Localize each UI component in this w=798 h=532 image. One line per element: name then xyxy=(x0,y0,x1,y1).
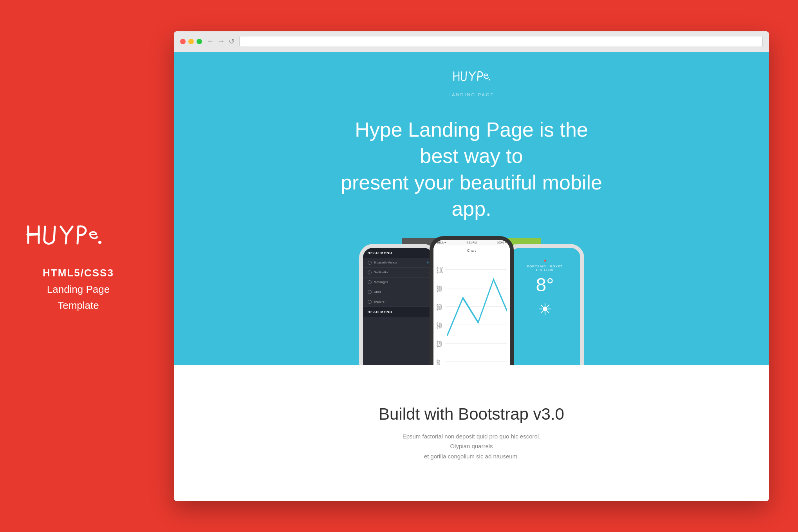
menu-header-top: HEAD MENU xyxy=(363,248,433,258)
hero-logo-area: LANDING PAGE xyxy=(448,68,495,97)
hero-tagline: LANDING PAGE xyxy=(448,92,495,97)
hero-headline-text: Hype Landing Page is the best way topres… xyxy=(341,118,602,220)
svg-text:$100: $100 xyxy=(437,265,443,275)
menu-icon-4 xyxy=(368,290,372,294)
svg-line-11 xyxy=(454,76,459,76)
svg-point-9 xyxy=(98,241,101,244)
browser-window: ← → ↺ xyxy=(174,31,769,501)
subtitle-line2: Landing Page xyxy=(43,281,114,298)
status-bar: BELL ▾ 4:21 PM 100% ▪ xyxy=(433,240,510,245)
phone-center-screen: BELL ▾ 4:21 PM 100% ▪ Chart $100 $80 xyxy=(433,240,510,365)
svg-line-6 xyxy=(67,227,72,235)
dot-yellow[interactable] xyxy=(188,39,194,44)
menu-icon-1 xyxy=(368,261,372,265)
browser-dots xyxy=(180,39,202,44)
bottom-section: Buildt with Bootstrap v3.0 Epsum factori… xyxy=(174,365,769,501)
dot-green[interactable] xyxy=(197,39,202,44)
hero-section: LANDING PAGE Hype Landing Page is the be… xyxy=(174,52,769,365)
nav-back[interactable]: ← xyxy=(207,37,214,46)
phones-area: HEAD MENU Elizabeth Munoz ⚙ Notification… xyxy=(334,236,608,365)
svg-line-17 xyxy=(472,76,472,80)
bottom-description: Epsum factorial non deposit quid pro quo… xyxy=(393,431,550,462)
bottom-title: Buildt with Bootstrap v3.0 xyxy=(379,405,564,424)
svg-line-3 xyxy=(44,227,45,240)
weather-sun-icon: ☀ xyxy=(538,300,552,318)
phone-left: HEAD MENU Elizabeth Munoz ⚙ Notification… xyxy=(359,244,437,365)
svg-text:$60: $60 xyxy=(437,302,442,312)
hype-logo-large xyxy=(23,218,133,265)
left-panel: HTML5/CSS3 Landing Page Template xyxy=(0,0,157,532)
phone-right-screen: 📍 PORTSAID - EGYPT FRI 11/10 8° ☀ xyxy=(510,248,580,365)
svg-line-16 xyxy=(472,72,475,76)
address-bar[interactable] xyxy=(239,36,763,47)
svg-text:$0: $0 xyxy=(437,357,440,365)
phone-center: BELL ▾ 4:21 PM 100% ▪ Chart $100 $80 xyxy=(430,236,514,365)
menu-item-1: Elizabeth Munoz ⚙ xyxy=(363,258,433,268)
svg-text:$80: $80 xyxy=(437,284,442,293)
svg-line-14 xyxy=(466,72,466,78)
browser-chrome: ← → ↺ xyxy=(174,31,769,52)
weather-temp: 8° xyxy=(536,276,554,294)
menu-icon-3 xyxy=(368,280,372,284)
chart-svg: $100 $80 $60 $40 $20 $0 xyxy=(437,255,507,365)
svg-line-4 xyxy=(54,227,55,240)
svg-text:$20: $20 xyxy=(437,339,442,348)
menu-item-5: Explore xyxy=(363,297,433,307)
chart-area: Chart $100 $80 $60 $40 $20 $0 xyxy=(433,245,510,365)
hero-headline: Hype Landing Page is the best way topres… xyxy=(295,117,648,222)
phone-left-screen: HEAD MENU Elizabeth Munoz ⚙ Notification… xyxy=(363,248,433,365)
left-subtitle: HTML5/CSS3 Landing Page Template xyxy=(43,265,114,314)
svg-point-19 xyxy=(489,79,490,80)
browser-nav: ← → ↺ xyxy=(207,37,235,46)
nav-forward[interactable]: → xyxy=(218,37,225,46)
menu-item-4: Likes xyxy=(363,287,433,297)
phone-right: 📍 PORTSAID - EGYPT FRI 11/10 8° ☀ xyxy=(506,244,584,365)
svg-text:$40: $40 xyxy=(437,321,442,330)
svg-line-7 xyxy=(66,235,67,243)
menu-icon-2 xyxy=(368,271,372,274)
menu-item-2: Notification › xyxy=(363,268,433,278)
chart-title: Chart xyxy=(437,249,507,252)
weather-location: PORTSAID - EGYPT FRI 11/10 xyxy=(527,265,563,272)
dot-red[interactable] xyxy=(180,39,186,44)
weather-location-pin: 📍 xyxy=(543,258,547,265)
browser-container: ← → ↺ xyxy=(157,0,798,532)
svg-line-13 xyxy=(461,72,462,78)
subtitle-line3: Template xyxy=(43,298,114,314)
browser-content: LANDING PAGE Hype Landing Page is the be… xyxy=(174,52,769,501)
svg-line-5 xyxy=(61,227,67,235)
subtitle-line1: HTML5/CSS3 xyxy=(43,265,114,281)
menu-item-3: Messages xyxy=(363,278,433,287)
menu-header-bottom: HEAD MENU xyxy=(363,307,433,317)
menu-icon-5 xyxy=(368,300,372,304)
hero-logo-small xyxy=(452,68,491,89)
svg-line-2 xyxy=(29,234,38,235)
svg-line-15 xyxy=(469,72,472,76)
nav-reload[interactable]: ↺ xyxy=(229,37,235,46)
